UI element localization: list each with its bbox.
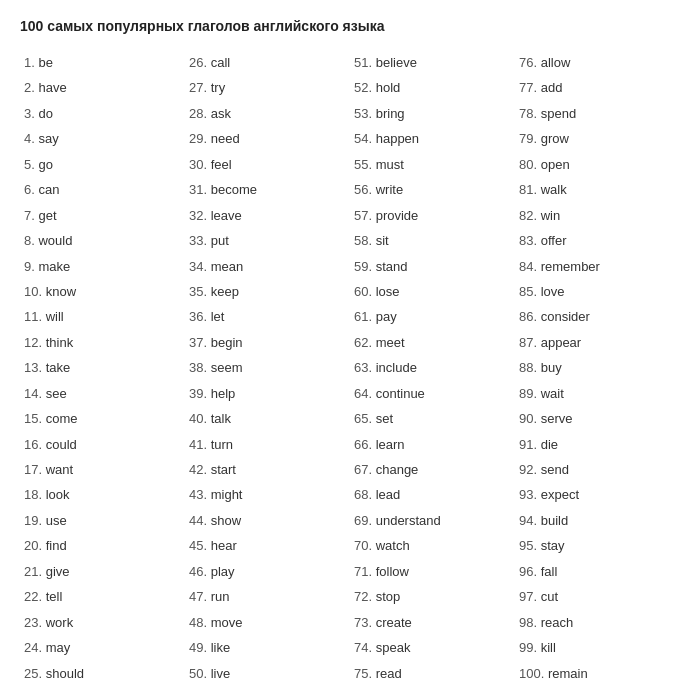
item-number: 36. [189, 309, 211, 324]
item-number: 8. [24, 233, 38, 248]
item-number: 98. [519, 615, 541, 630]
item-number: 99. [519, 640, 541, 655]
item-number: 35. [189, 284, 211, 299]
list-item: 7. get [20, 203, 185, 228]
item-number: 62. [354, 335, 376, 350]
item-word: send [541, 462, 569, 477]
item-number: 1. [24, 55, 38, 70]
item-number: 13. [24, 360, 46, 375]
item-number: 18. [24, 487, 46, 502]
item-word: turn [211, 437, 233, 452]
item-word: work [46, 615, 73, 630]
item-word: remember [541, 259, 600, 274]
item-word: try [211, 80, 225, 95]
list-item: 36. let [185, 304, 350, 329]
item-word: mean [211, 259, 244, 274]
list-item: 70. watch [350, 533, 515, 558]
list-item: 64. continue [350, 381, 515, 406]
item-number: 30. [189, 157, 211, 172]
item-word: buy [541, 360, 562, 375]
list-item: 87. appear [515, 330, 680, 355]
item-word: meet [376, 335, 405, 350]
list-item: 17. want [20, 457, 185, 482]
list-item: 71. follow [350, 559, 515, 584]
list-item: 24. may [20, 635, 185, 660]
item-number: 97. [519, 589, 541, 604]
item-number: 85. [519, 284, 541, 299]
item-number: 89. [519, 386, 541, 401]
item-number: 43. [189, 487, 211, 502]
list-item: 56. write [350, 177, 515, 202]
item-word: include [376, 360, 417, 375]
item-number: 92. [519, 462, 541, 477]
item-word: look [46, 487, 70, 502]
item-word: need [211, 131, 240, 146]
item-word: die [541, 437, 558, 452]
item-number: 34. [189, 259, 211, 274]
verb-list: 1. be2. have3. do4. say5. go6. can7. get… [20, 50, 680, 685]
list-item: 76. allow [515, 50, 680, 75]
item-word: happen [376, 131, 419, 146]
item-number: 12. [24, 335, 46, 350]
list-item: 34. mean [185, 254, 350, 279]
column-4: 76. allow77. add78. spend79. grow80. ope… [515, 50, 680, 685]
item-word: will [46, 309, 64, 324]
list-item: 25. should [20, 661, 185, 686]
item-word: remain [548, 666, 588, 681]
item-word: know [46, 284, 76, 299]
list-item: 45. hear [185, 533, 350, 558]
item-word: pay [376, 309, 397, 324]
item-number: 58. [354, 233, 376, 248]
item-number: 57. [354, 208, 376, 223]
list-item: 6. can [20, 177, 185, 202]
item-number: 41. [189, 437, 211, 452]
item-number: 72. [354, 589, 376, 604]
item-word: open [541, 157, 570, 172]
item-word: set [376, 411, 393, 426]
list-item: 9. make [20, 254, 185, 279]
item-word: show [211, 513, 241, 528]
item-number: 63. [354, 360, 376, 375]
list-item: 27. try [185, 75, 350, 100]
item-number: 22. [24, 589, 46, 604]
list-item: 61. pay [350, 304, 515, 329]
item-number: 37. [189, 335, 211, 350]
column-3: 51. believe52. hold53. bring54. happen55… [350, 50, 515, 685]
item-number: 60. [354, 284, 376, 299]
item-number: 71. [354, 564, 376, 579]
item-word: walk [541, 182, 567, 197]
list-item: 13. take [20, 355, 185, 380]
item-word: create [376, 615, 412, 630]
list-item: 19. use [20, 508, 185, 533]
item-word: build [541, 513, 568, 528]
list-item: 81. walk [515, 177, 680, 202]
list-item: 39. help [185, 381, 350, 406]
item-word: stop [376, 589, 401, 604]
list-item: 63. include [350, 355, 515, 380]
list-item: 92. send [515, 457, 680, 482]
list-item: 90. serve [515, 406, 680, 431]
item-number: 94. [519, 513, 541, 528]
item-word: appear [541, 335, 581, 350]
list-item: 49. like [185, 635, 350, 660]
item-word: come [46, 411, 78, 426]
item-number: 77. [519, 80, 541, 95]
item-number: 19. [24, 513, 46, 528]
item-number: 82. [519, 208, 541, 223]
list-item: 12. think [20, 330, 185, 355]
item-number: 69. [354, 513, 376, 528]
item-word: continue [376, 386, 425, 401]
item-number: 52. [354, 80, 376, 95]
item-number: 24. [24, 640, 46, 655]
item-number: 83. [519, 233, 541, 248]
item-number: 33. [189, 233, 211, 248]
item-word: talk [211, 411, 231, 426]
item-number: 79. [519, 131, 541, 146]
item-word: live [211, 666, 231, 681]
item-word: be [38, 55, 52, 70]
item-word: tell [46, 589, 63, 604]
list-item: 59. stand [350, 254, 515, 279]
item-word: help [211, 386, 236, 401]
item-number: 14. [24, 386, 46, 401]
item-word: spend [541, 106, 576, 121]
